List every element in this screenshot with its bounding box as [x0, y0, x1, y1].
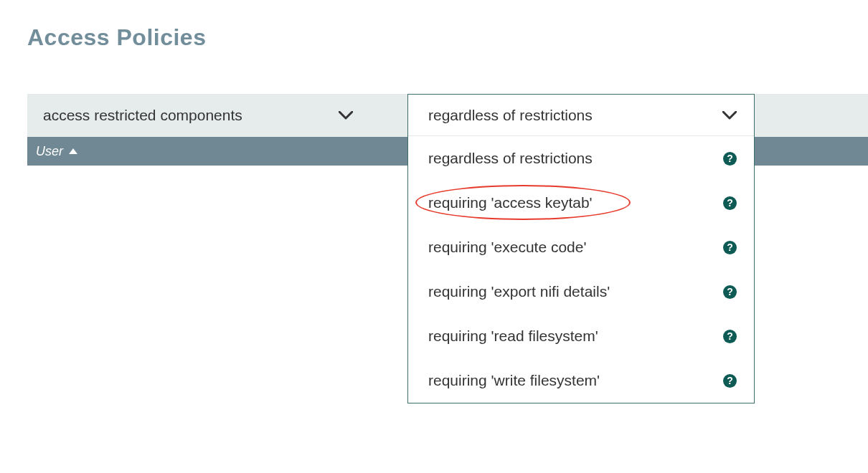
- restriction-option[interactable]: regardless of restrictions ?: [408, 136, 754, 181]
- restriction-option-label: requiring 'write filesystem': [428, 372, 600, 389]
- help-icon[interactable]: ?: [723, 374, 737, 388]
- restriction-dropdown: regardless of restrictions regardless of…: [407, 94, 755, 403]
- restriction-option-label: requiring 'access keytab': [428, 194, 593, 211]
- policy-select-label: access restricted components: [43, 107, 242, 124]
- chevron-down-icon[interactable]: [339, 94, 353, 137]
- restriction-option[interactable]: requiring 'read filesystem' ?: [408, 314, 754, 358]
- help-icon[interactable]: ?: [723, 196, 737, 210]
- help-icon[interactable]: ?: [723, 152, 737, 166]
- restriction-option-label: requiring 'execute code': [428, 239, 587, 256]
- chevron-down-icon: [722, 111, 737, 120]
- page-title: Access Policies: [27, 24, 868, 51]
- restriction-option[interactable]: requiring 'access keytab' ?: [408, 181, 754, 225]
- restriction-option-label: requiring 'read filesystem': [428, 328, 598, 345]
- sort-asc-icon[interactable]: [69, 148, 77, 154]
- restriction-option[interactable]: requiring 'execute code' ?: [408, 225, 754, 269]
- user-column-header[interactable]: User: [36, 144, 63, 159]
- restriction-option-label: regardless of restrictions: [428, 150, 593, 167]
- policy-select[interactable]: access restricted components: [27, 94, 380, 137]
- restriction-dropdown-selected[interactable]: regardless of restrictions: [408, 95, 754, 136]
- help-icon[interactable]: ?: [723, 285, 737, 299]
- restriction-selected-label: regardless of restrictions: [428, 107, 593, 124]
- help-icon[interactable]: ?: [723, 330, 737, 343]
- restriction-option[interactable]: requiring 'write filesystem' ?: [408, 358, 754, 403]
- help-icon[interactable]: ?: [723, 241, 737, 254]
- restriction-option[interactable]: requiring 'export nifi details' ?: [408, 269, 754, 314]
- restriction-option-label: requiring 'export nifi details': [428, 283, 610, 300]
- toolbar-area: access restricted components User regard…: [27, 94, 868, 166]
